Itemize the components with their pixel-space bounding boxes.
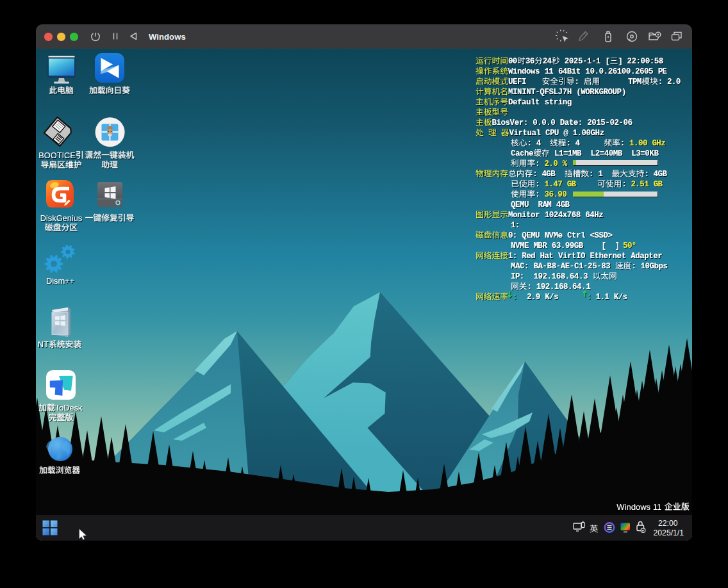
svg-text:1: 1	[598, 170, 602, 179]
svg-text:1.47: 1.47	[544, 180, 562, 189]
svg-text:UEFI: UEFI	[508, 78, 526, 86]
svg-text:L3=0KB: L3=0KB	[631, 149, 659, 158]
svg-text::: :	[535, 159, 540, 168]
svg-text:2.9: 2.9	[527, 293, 540, 302]
svg-text:1024x768: 1024x768	[545, 211, 581, 220]
svg-text:NT: NT	[38, 339, 49, 349]
svg-text:@: @	[563, 129, 568, 138]
svg-text:Windows: Windows	[508, 67, 540, 76]
svg-text::: :	[535, 180, 540, 189]
svg-text:Hat: Hat	[540, 252, 554, 261]
svg-text::: :	[658, 78, 663, 86]
svg-text:Dism++: Dism++	[46, 276, 74, 286]
svg-text:64Hz: 64Hz	[585, 211, 603, 220]
svg-text:1:: 1:	[508, 252, 517, 261]
svg-text:BiosVer:: BiosVer:	[492, 118, 529, 127]
svg-text:NVME: NVME	[511, 241, 529, 250]
svg-text:TPM: TPM	[628, 78, 641, 86]
svg-text:36: 36	[525, 57, 534, 66]
svg-text:4GB: 4GB	[556, 200, 570, 209]
svg-text:L2=40MB: L2=40MB	[591, 149, 623, 158]
svg-text:1.1: 1.1	[596, 293, 609, 302]
svg-text:Monitor: Monitor	[508, 211, 540, 220]
svg-text:4GB: 4GB	[654, 170, 668, 179]
svg-text:VirtIO: VirtIO	[558, 252, 585, 261]
svg-text:string: string	[545, 98, 572, 107]
svg-text::: :	[575, 78, 579, 86]
svg-text:IP:: IP:	[511, 272, 524, 281]
svg-text:10Gbps: 10Gbps	[641, 262, 668, 271]
svg-text::: :	[589, 170, 593, 179]
svg-text:Ethernet: Ethernet	[590, 252, 626, 261]
svg-text::: :	[622, 180, 626, 189]
svg-text:4: 4	[575, 139, 581, 148]
svg-text:2.0: 2.0	[544, 159, 558, 168]
svg-text:22:00:58: 22:00:58	[627, 57, 664, 66]
svg-text:1.00: 1.00	[629, 139, 647, 148]
svg-text:00: 00	[508, 57, 517, 66]
svg-text:PE: PE	[658, 67, 667, 76]
svg-text:NVMe: NVMe	[545, 231, 563, 240]
svg-text:%: %	[563, 159, 568, 168]
svg-text:2.51: 2.51	[631, 180, 649, 189]
svg-text:MAC:: MAC:	[511, 262, 529, 271]
svg-text:63.99GB: 63.99GB	[552, 241, 584, 250]
svg-text:DiskGenius: DiskGenius	[40, 213, 82, 223]
svg-text:(WORKGROUP): (WORKGROUP)	[576, 88, 626, 97]
svg-text:[: [	[606, 57, 610, 66]
svg-text:QEMU: QEMU	[511, 200, 529, 209]
svg-text:2025-1-1: 2025-1-1	[565, 57, 601, 66]
svg-text:4: 4	[536, 139, 542, 148]
svg-text:Red: Red	[522, 252, 535, 261]
svg-text::: :	[535, 190, 540, 199]
svg-text:10.0.26100.2605: 10.0.26100.2605	[585, 67, 653, 76]
svg-text:22:00: 22:00	[658, 519, 678, 528]
svg-text:1.00GHz: 1.00GHz	[573, 129, 605, 138]
svg-text::: :	[513, 293, 517, 302]
svg-text:Date:: Date:	[560, 118, 583, 127]
svg-text::: :	[587, 293, 592, 302]
svg-text:K/s: K/s	[545, 293, 558, 302]
svg-text:MININT-QFSLJ7H: MININT-QFSLJ7H	[508, 88, 572, 97]
svg-text::: :	[527, 282, 532, 291]
svg-text::: :	[566, 139, 570, 148]
svg-text:[: [	[602, 241, 606, 250]
svg-text:4GB: 4GB	[542, 170, 556, 179]
svg-text:Virtual: Virtual	[509, 129, 541, 138]
svg-text:Cache: Cache	[511, 149, 533, 158]
svg-text::: :	[644, 170, 649, 179]
svg-text:50°: 50°	[623, 241, 636, 250]
svg-text::: :	[527, 139, 532, 148]
svg-text:GB: GB	[567, 180, 577, 189]
svg-text:192.168.64.3: 192.168.64.3	[533, 272, 588, 281]
svg-text:CPU: CPU	[545, 129, 559, 138]
svg-text:0:: 0:	[508, 231, 517, 240]
svg-text:L1=1MB: L1=1MB	[554, 149, 582, 158]
svg-text:Adapter: Adapter	[631, 252, 663, 261]
svg-text:QEMU: QEMU	[522, 231, 540, 240]
svg-text:ToDesk: ToDesk	[55, 403, 83, 412]
svg-text:Windows 11: Windows 11	[616, 502, 661, 512]
svg-text:1:: 1:	[511, 221, 520, 230]
svg-text:]: ]	[618, 57, 622, 66]
svg-text:2015-02-06: 2015-02-06	[587, 118, 633, 127]
svg-text:Default: Default	[508, 98, 540, 107]
svg-text:192.168.64.1: 192.168.64.1	[536, 282, 591, 291]
svg-text:Windows: Windows	[149, 32, 186, 42]
svg-text:BA-B8-AE-C1-25-83: BA-B8-AE-C1-25-83	[533, 262, 610, 271]
svg-text:Ctrl: Ctrl	[567, 231, 585, 240]
svg-text::: :	[631, 262, 636, 271]
svg-text::: :	[533, 170, 537, 179]
svg-text:K/s: K/s	[614, 293, 627, 302]
svg-text:2.0: 2.0	[667, 78, 681, 86]
svg-text:GHz: GHz	[652, 139, 665, 148]
svg-text:]: ]	[615, 241, 620, 250]
svg-text:0.0.0: 0.0.0	[533, 118, 555, 127]
svg-text:MBR: MBR	[533, 241, 547, 250]
svg-text:64Bit: 64Bit	[558, 67, 581, 76]
svg-text::: :	[620, 139, 625, 148]
svg-text:RAM: RAM	[538, 200, 551, 209]
svg-text:36.90: 36.90	[544, 190, 567, 199]
svg-text:11: 11	[545, 67, 554, 76]
svg-text:2025/1/1: 2025/1/1	[654, 528, 684, 537]
